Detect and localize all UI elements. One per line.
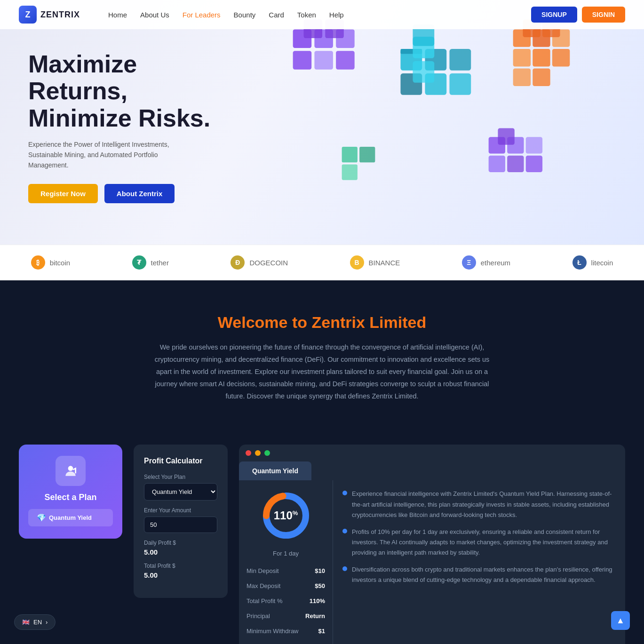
profit-donut-chart: 110% [260, 490, 312, 541]
window-minimize-dot [255, 450, 261, 456]
svg-rect-21 [533, 49, 550, 66]
nav-buttons: SIGNUP SIGNIN [531, 7, 625, 23]
signin-button[interactable]: SIGNIN [582, 7, 625, 23]
binance-icon: B [350, 255, 364, 270]
crypto-tether: ₮ tether [132, 255, 169, 270]
plan-card-title: Select a Plan [44, 493, 96, 502]
nav-home[interactable]: Home [108, 11, 127, 19]
bullet-3: Diversification across both crypto and t… [342, 564, 616, 585]
litecoin-icon: Ł [572, 255, 587, 270]
qy-tabs: Quantum Yield [239, 461, 625, 480]
svg-point-38 [68, 466, 73, 471]
plan-card-icon [56, 456, 86, 486]
bullet-dot-3 [342, 566, 347, 571]
svg-rect-30 [498, 128, 515, 144]
qy-window-controls [239, 445, 625, 461]
profit-period: For 1 day [273, 550, 299, 557]
tether-label: tether [151, 259, 169, 267]
crypto-ticker: ₿ bitcoin ₮ tether Ð DOGECOIN B BINANCE … [0, 245, 644, 280]
select-plan-label: Select Your Plan [144, 474, 217, 480]
quantum-yield-panel: Quantum Yield 110% For 1 day [239, 445, 625, 644]
window-close-dot [246, 450, 251, 456]
bullet-1: Experience financial intelligence with Z… [342, 489, 616, 520]
language-selector[interactable]: 🇬🇧 EN › [14, 614, 56, 630]
svg-rect-26 [513, 69, 531, 86]
bullet-dot-1 [342, 491, 347, 495]
qy-right-panel: Experience financial intelligence with Z… [333, 480, 625, 644]
hero-subtitle: Experience the Power of Intelligent Inve… [28, 139, 198, 171]
logo-link[interactable]: Z ZENTRIX [19, 6, 80, 24]
svg-rect-31 [526, 137, 542, 153]
svg-rect-16 [450, 49, 471, 71]
lang-chevron-icon: › [46, 619, 48, 626]
bitcoin-label: bitcoin [50, 259, 70, 267]
crypto-bitcoin: ₿ bitcoin [31, 255, 70, 270]
about-zentrix-button[interactable]: About Zentrix [104, 184, 175, 203]
hero-buttons: Register Now About Zentrix [28, 184, 210, 203]
amount-label: Enter Your Amount [144, 507, 217, 514]
daily-profit-value: 5.00 [144, 548, 217, 556]
svg-rect-35 [342, 147, 358, 162]
crypto-binance: B BINANCE [350, 255, 400, 270]
table-row: Minimum Withdraw $1 [246, 624, 325, 639]
svg-rect-4 [315, 51, 334, 70]
daily-profit-label: Daily Profit $ [144, 540, 217, 546]
hero-title: Maximize Returns, Minimize Risks. [28, 51, 210, 132]
svg-rect-3 [293, 51, 312, 70]
table-row: Total Profit % 110% [246, 594, 325, 609]
hero-content: Maximize Returns, Minimize Risks. Experi… [28, 51, 210, 203]
total-profit-value: 5.00 [144, 571, 217, 579]
bitcoin-icon: ₿ [31, 255, 45, 270]
window-maximize-dot [264, 450, 270, 456]
svg-rect-34 [507, 156, 524, 172]
tether-icon: ₮ [132, 255, 146, 270]
profit-calc-header: Profit Calculator [144, 457, 217, 465]
svg-rect-15 [413, 61, 435, 83]
svg-rect-27 [533, 69, 550, 86]
about-title: Welcome to Zentrix Limited [19, 313, 625, 332]
svg-rect-6 [336, 51, 355, 70]
bullet-2: Profits of 10% per day for 1 day are exc… [342, 527, 616, 558]
quantum-yield-plan-button[interactable]: 💎 Quantum Yield [28, 509, 113, 526]
crypto-dogecoin: Ð DOGECOIN [231, 255, 288, 270]
lang-code: EN [33, 619, 42, 626]
flag-icon: 🇬🇧 [22, 619, 30, 626]
total-profit-label: Total Profit $ [144, 563, 217, 569]
about-section: Welcome to Zentrix Limited We pride ours… [0, 280, 644, 435]
calculator-section: Select a Plan 💎 Quantum Yield Profit Cal… [0, 435, 644, 644]
profit-percent: 110% [274, 509, 298, 522]
plan-select[interactable]: Quantum Yield [144, 483, 217, 501]
navbar: Z ZENTRIX Home About Us For Leaders Boun… [0, 0, 644, 29]
svg-rect-32 [526, 156, 542, 172]
nav-card[interactable]: Card [269, 11, 284, 19]
table-row: Max Deposit $50 [246, 579, 325, 594]
nav-for-leaders[interactable]: For Leaders [183, 11, 221, 19]
qy-left-panel: 110% For 1 day Min Deposit $10 Max Depos… [239, 480, 333, 644]
amount-input[interactable] [144, 517, 217, 533]
table-row: Min Deposit $10 [246, 564, 325, 579]
qy-table: Min Deposit $10 Max Deposit $50 Total Pr… [246, 564, 325, 644]
scroll-to-top-button[interactable]: ▲ [611, 611, 630, 630]
nav-about[interactable]: About Us [140, 11, 169, 19]
nav-help[interactable]: Help [329, 11, 344, 19]
nav-links: Home About Us For Leaders Bounty Card To… [108, 11, 344, 19]
logo-text: ZENTRIX [40, 10, 80, 20]
signup-button[interactable]: SIGNUP [531, 7, 577, 23]
svg-rect-24 [552, 49, 570, 66]
about-description: We pride ourselves on pioneering the fut… [153, 341, 492, 402]
bullet-dot-2 [342, 529, 347, 533]
svg-rect-20 [513, 49, 531, 66]
qy-body: 110% For 1 day Min Deposit $10 Max Depos… [239, 480, 625, 644]
quantum-yield-tab[interactable]: Quantum Yield [239, 461, 311, 480]
hero-3d-visual [206, 0, 644, 245]
litecoin-label: litecoin [591, 259, 613, 267]
svg-rect-37 [342, 164, 358, 180]
register-now-button[interactable]: Register Now [28, 184, 98, 203]
binance-label: BINANCE [369, 259, 400, 267]
svg-rect-36 [359, 147, 375, 162]
plan-card: Select a Plan 💎 Quantum Yield [19, 445, 122, 539]
logo-icon: Z [19, 6, 37, 24]
nav-bounty[interactable]: Bounty [234, 11, 256, 19]
nav-token[interactable]: Token [297, 11, 316, 19]
crypto-ethereum: Ξ ethereum [462, 255, 510, 270]
